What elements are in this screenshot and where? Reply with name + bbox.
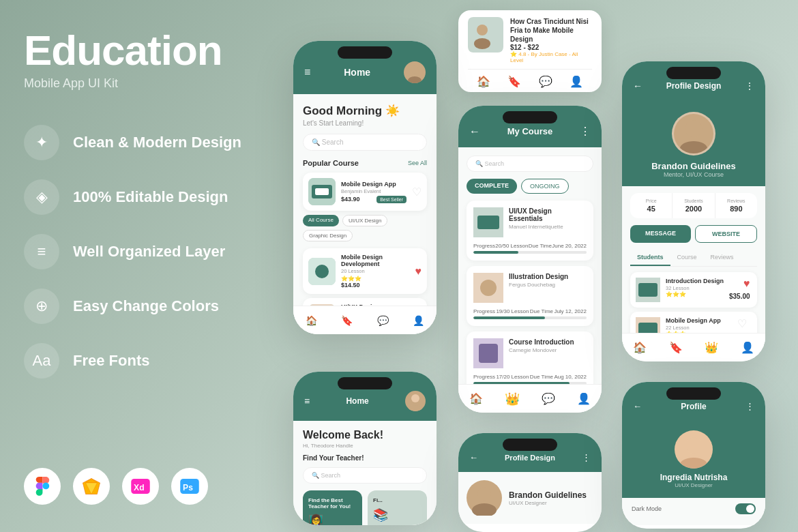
website-button[interactable]: WEBSITE [695,225,757,243]
back-button[interactable]: ← [469,125,480,138]
welcome-body: Welcome Back! Hi, Theodore Handle Find Y… [293,421,437,525]
profile-tab-students[interactable]: Students [630,250,670,266]
more-button-3[interactable]: ⋮ [745,80,754,91]
mini-card-price: $12 - $22 [510,44,592,51]
welcome-sub: Hi, Theodore Handle [303,443,427,449]
nav3-crown[interactable]: 👑 [705,341,718,354]
clean-design-icon: ✦ [24,125,59,160]
more-button-6[interactable]: ⋮ [745,401,754,411]
profile-action-buttons: MESSAGE WEBSITE [630,225,757,243]
course-img-intro [473,338,503,368]
profile-design-title: Profile Design [666,81,722,91]
tab-ongoing[interactable]: ONGOING [521,179,569,194]
teacher-card-label: Find the Best Teacher for You! [308,497,357,509]
my-course-item-2[interactable]: Illustration Design Fergus Douchebag Pro… [467,266,593,326]
svg-point-10 [411,65,419,74]
profile-6-avatar [675,430,713,469]
more-button-5[interactable]: ⋮ [582,452,591,462]
nav2-chat[interactable]: 💬 [542,392,555,405]
menu-icon-4[interactable]: ≡ [304,396,310,407]
mini-card-course-image [468,17,503,53]
back-button-3[interactable]: ← [633,80,642,91]
second-card[interactable]: Fi... 📚 [368,490,427,525]
course-image-1 [308,178,336,205]
feature-label-clean-design: Clean & Modern Design [73,134,241,151]
tag-graphic[interactable]: Graphic Design [303,230,353,241]
tag-all[interactable]: All Course [303,215,339,226]
see-all-link[interactable]: See All [408,160,427,166]
teacher-card[interactable]: Find the Best Teacher for You! 👩‍🏫 [303,490,362,525]
course-card-2[interactable]: Mobile Design Development 20 Lesson ⭐⭐⭐ … [303,248,427,294]
course-info-1: Mobile Design App Benjamin Evalent $43.9… [341,181,407,203]
feature-change-colors: ⊕ Easy Change Colors [24,289,249,324]
dark-mode-toggle[interactable]: Dark Mode [622,498,765,520]
nav2-profile[interactable]: 👤 [577,392,591,405]
back-button-5[interactable]: ← [469,452,478,462]
profile-design-body: Brandon Guidelines Mentor, UI/UX Course … [622,101,765,359]
profile-name: Brandon Guidelines [651,161,736,171]
home-title: Home [344,67,370,78]
svg-point-11 [408,76,422,83]
tab-complete[interactable]: COMPLETE [467,179,517,194]
svg-point-32 [411,394,419,402]
nav3-bookmark[interactable]: 🔖 [669,341,683,354]
svg-point-33 [409,405,422,411]
my-course-item-3[interactable]: Course Introduction Carnegie Mondover Pr… [467,331,593,391]
wishlist-icon-2[interactable]: ♥ [415,265,422,278]
welcome-search[interactable]: 🔍 Search [303,467,427,484]
welcome-greeting: Welcome Back! [303,429,427,441]
popular-course-title: Popular Course [303,159,359,167]
message-button[interactable]: MESSAGE [630,225,691,243]
my-course-search[interactable]: 🔍 Search [467,156,593,172]
search-bar[interactable]: 🔍 Search [303,134,427,151]
wishlist-course-2[interactable]: ♡ [737,317,747,330]
back-button-6[interactable]: ← [633,401,642,411]
my-course-item-1[interactable]: UI/UX Design Essentials Manuel Interneti… [467,201,593,261]
profile-screen-body: Ingredia Nutrisha UI/UX Designer Dark Mo… [622,421,765,525]
mini-card-course: How Cras Tincidunt Nisi Fria to Make Mob… [458,10,602,92]
profile-bg: Ingredia Nutrisha UI/UX Designer [622,421,765,498]
nav3-profile[interactable]: 👤 [741,341,754,354]
svg-point-23 [480,280,497,296]
nav-profile[interactable]: 👤 [413,315,424,326]
section-header: Popular Course See All [303,159,427,167]
svg-point-9 [474,38,490,49]
phone-my-course: ← My Course ⋮ 🔍 Search COMPLETE ONGOING … [458,106,602,413]
find-teacher-label: Find Your Teacher! [303,454,427,462]
svg-point-8 [477,25,488,35]
course-img-illustration [473,273,503,303]
my-course-bottom-nav: 🏠 👑 💬 👤 [458,384,602,413]
nav-bookmark[interactable]: 🔖 [341,315,353,326]
menu-icon[interactable]: ≡ [304,66,310,78]
bookmark-nav-icon: 🔖 [507,75,521,88]
feature-label-fonts: Free Fonts [73,352,149,370]
nav2-home[interactable]: 🏠 [469,392,483,405]
more-button[interactable]: ⋮ [580,125,591,138]
wishlist-course-1[interactable]: ♥ [743,278,750,290]
nav3-home[interactable]: 🏠 [633,341,647,354]
nav-home[interactable]: 🏠 [306,315,317,326]
tag-uiux[interactable]: UI/UX Design [342,215,387,226]
bottom-nav-home: 🏠 🔖 💬 👤 [293,306,437,334]
profile-course-1[interactable]: Introduction Design 32 Lesson ⭐⭐⭐ ♥ $35.… [630,272,757,308]
welcome-cards: Find the Best Teacher for You! 👩‍🏫 Fi...… [303,490,427,525]
nav-chat[interactable]: 💬 [377,315,389,326]
profile2-role: UI/UX Designer [509,500,587,506]
profile-6-role: UI/UX Designer [675,482,713,488]
phone-6-notch [666,387,721,400]
stat-price: Price 45 [630,193,673,218]
brand-title: Education [24,27,249,74]
dark-mode-switch[interactable] [735,503,756,514]
wishlist-icon-1[interactable]: ♡ [412,186,422,198]
svg-point-37 [680,458,707,469]
nav2-crown[interactable]: 👑 [505,391,520,407]
phone-notch [338,46,392,59]
profile-tab-course[interactable]: Course [670,250,704,266]
svg-rect-21 [477,216,499,229]
feature-editable-design: ◈ 100% Editable Design [24,179,249,215]
phone-3-notch [666,67,721,79]
course-info-illustration: Illustration Design Fergus Douchebag [509,273,568,303]
profile-tab-reviews[interactable]: Reviews [704,250,741,266]
phone-4-notch [338,377,392,389]
course-card-1[interactable]: Mobile Design App Benjamin Evalent $43.9… [303,173,427,211]
